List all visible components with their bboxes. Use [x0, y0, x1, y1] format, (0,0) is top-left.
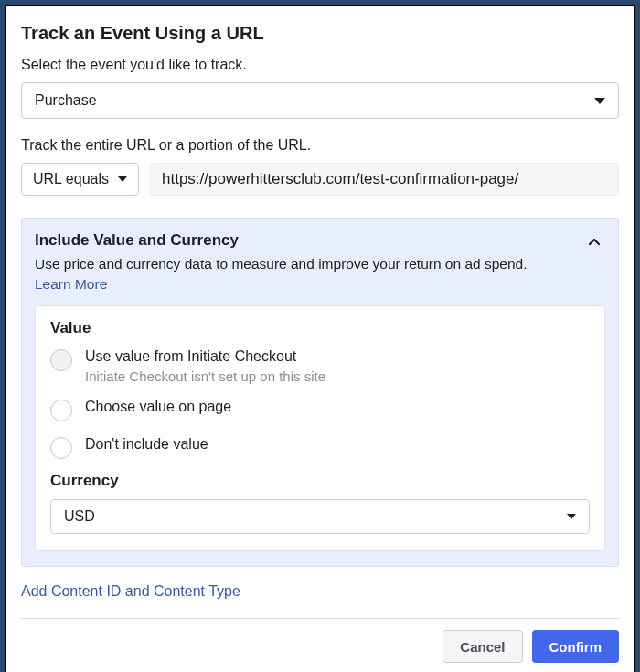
option-label: Don't include value — [85, 436, 208, 453]
panel-header[interactable]: Include Value and Currency Use price and… — [35, 231, 605, 293]
url-match-select[interactable]: URL equals — [21, 163, 139, 196]
modal-title: Track an Event Using a URL — [21, 23, 619, 44]
learn-more-link[interactable]: Learn More — [35, 276, 107, 293]
option-hint: Initiate Checkout isn't set up on this s… — [85, 368, 325, 384]
radio-icon — [50, 349, 72, 371]
value-option-choose-on-page[interactable]: Choose value on page — [50, 399, 590, 421]
panel-title: Include Value and Currency — [35, 231, 587, 250]
chevron-down-icon — [594, 98, 605, 104]
option-label: Use value from Initiate Checkout — [85, 348, 325, 365]
chevron-down-icon — [567, 514, 576, 519]
event-select-value: Purchase — [35, 92, 97, 109]
url-match-value: URL equals — [33, 171, 109, 187]
confirm-button[interactable]: Confirm — [532, 630, 620, 663]
panel-description: Use price and currency data to measure a… — [35, 255, 587, 274]
modal-footer: Cancel Confirm — [21, 618, 619, 672]
value-option-dont-include[interactable]: Don't include value — [50, 436, 590, 459]
currency-select[interactable]: USD — [50, 499, 590, 534]
currency-value: USD — [64, 508, 95, 525]
track-event-modal: Track an Event Using a URL Select the ev… — [5, 5, 635, 672]
value-option-initiate-checkout: Use value from Initiate Checkout Initiat… — [50, 348, 590, 384]
panel-body: Value Use value from Initiate Checkout I… — [35, 305, 605, 551]
radio-icon — [50, 400, 72, 421]
value-currency-panel: Include Value and Currency Use price and… — [21, 218, 619, 567]
add-content-link[interactable]: Add Content ID and Content Type — [21, 583, 619, 600]
cancel-button[interactable]: Cancel — [443, 630, 522, 663]
chevron-up-icon — [587, 235, 602, 250]
url-input[interactable] — [150, 163, 619, 196]
chevron-down-icon — [118, 176, 127, 182]
option-label: Choose value on page — [85, 399, 231, 415]
radio-icon — [50, 437, 72, 459]
event-select[interactable]: Purchase — [21, 82, 619, 119]
currency-label: Currency — [50, 472, 590, 490]
value-label: Value — [50, 319, 590, 337]
event-select-label: Select the event you'd like to track. — [21, 57, 619, 73]
url-section-label: Track the entire URL or a portion of the… — [21, 137, 619, 154]
